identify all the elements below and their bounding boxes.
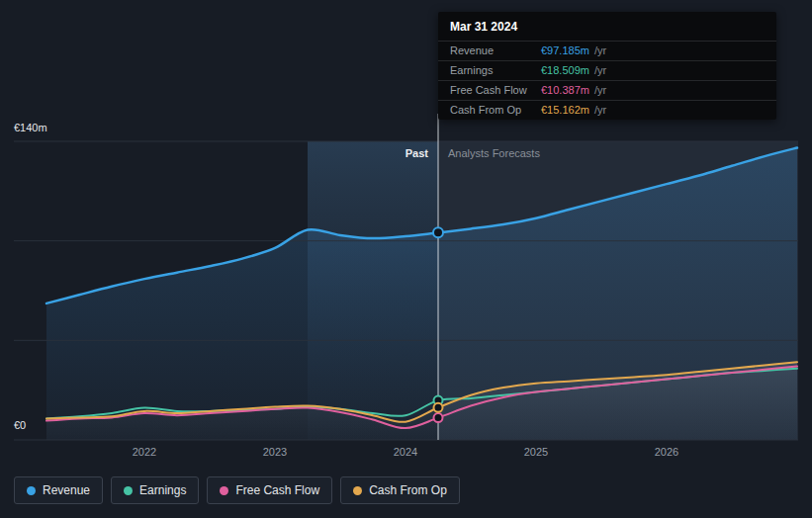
tooltip-metric-suffix: /yr: [594, 64, 606, 76]
x-axis-label-2023: 2023: [245, 446, 305, 458]
tooltip-metric-suffix: /yr: [594, 104, 606, 116]
legend-item-revenue[interactable]: Revenue: [14, 476, 103, 504]
past-section-label: Past: [406, 147, 428, 159]
tooltip-metric-label: Revenue: [450, 44, 541, 56]
legend-item-free-cash-flow[interactable]: Free Cash Flow: [207, 476, 332, 504]
tooltip-row: Revenue€97.185m/yr: [438, 41, 776, 60]
tooltip-row: Free Cash Flow€10.387m/yr: [438, 80, 776, 100]
tooltip-metric-label: Cash From Op: [450, 104, 541, 116]
tooltip-metric-label: Earnings: [450, 64, 541, 76]
tooltip-metric-value: €18.509m: [541, 64, 589, 76]
x-axis-label-2025: 2025: [506, 446, 566, 458]
x-axis-label-2024: 2024: [376, 446, 435, 458]
legend-item-earnings[interactable]: Earnings: [111, 476, 199, 504]
legend-label: Earnings: [139, 483, 186, 497]
tooltip-metric-label: Free Cash Flow: [450, 84, 541, 96]
analysts-forecasts-label: Analysts Forecasts: [448, 147, 540, 159]
tooltip-metric-suffix: /yr: [594, 84, 606, 96]
revenue-legend-dot: [27, 486, 36, 495]
tooltip-metric-value: €15.162m: [541, 104, 589, 116]
free-cash-flow-legend-dot: [220, 486, 228, 495]
chart-tooltip: Mar 31 2024 Revenue€97.185m/yrEarnings€1…: [438, 12, 776, 120]
x-axis-label-2026: 2026: [637, 446, 696, 458]
tooltip-date: Mar 31 2024: [438, 12, 776, 41]
free-cash-flow-marker[interactable]: [434, 413, 443, 422]
cash-from-op-legend-dot: [353, 486, 362, 495]
legend-label: Free Cash Flow: [235, 483, 319, 497]
y-axis-max-label: €140m: [14, 122, 47, 133]
tooltip-metric-value: €97.185m: [541, 44, 589, 56]
y-axis-zero-label: €0: [14, 419, 26, 431]
revenue-marker[interactable]: [433, 227, 443, 237]
earnings-legend-dot: [124, 486, 133, 495]
legend-item-cash-from-op[interactable]: Cash From Op: [340, 476, 460, 504]
tooltip-rows: Revenue€97.185m/yrEarnings€18.509m/yrFre…: [438, 41, 776, 120]
x-axis-label-2022: 2022: [115, 446, 174, 458]
financials-chart-page: €140m €0 Past Analysts Forecasts 2022202…: [0, 0, 812, 518]
legend-label: Cash From Op: [369, 483, 447, 497]
legend-label: Revenue: [43, 483, 90, 497]
legend: RevenueEarningsFree Cash FlowCash From O…: [14, 476, 460, 504]
cash-from-op-marker[interactable]: [434, 403, 443, 412]
tooltip-row: Earnings€18.509m/yr: [438, 60, 776, 80]
tooltip-metric-value: €10.387m: [541, 84, 589, 96]
tooltip-metric-suffix: /yr: [594, 44, 606, 56]
tooltip-row: Cash From Op€15.162m/yr: [438, 100, 776, 120]
